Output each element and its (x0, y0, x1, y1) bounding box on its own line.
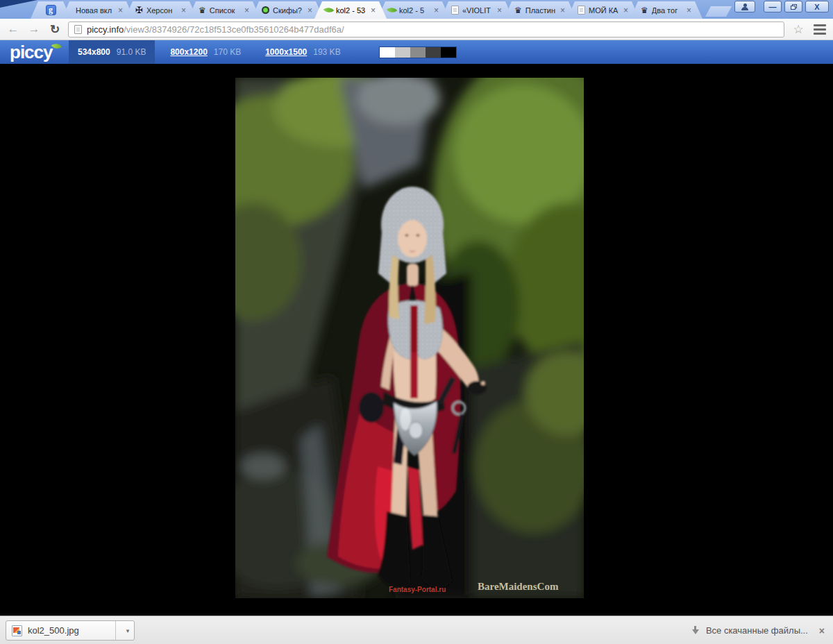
tab[interactable]: kol2 - 5× (378, 1, 450, 19)
person-icon (743, 3, 747, 7)
show-all-downloads-link[interactable]: Все скачанные файлы... (706, 625, 808, 636)
piccy-header: piccy 534x80091.0 KB800x1200170 KB1000x1… (0, 40, 833, 64)
size-link[interactable]: 1000x1500 (265, 47, 307, 57)
crown-favicon-icon: ♛ (199, 6, 206, 15)
size-link: 534x800 (78, 47, 110, 57)
tab-close-icon[interactable]: × (687, 6, 691, 15)
tab-title: Скифы? (273, 6, 304, 15)
restore-button[interactable] (784, 1, 802, 12)
minimize-button[interactable]: — (764, 1, 782, 12)
tab[interactable]: ♛Пластин× (504, 1, 576, 19)
tab[interactable]: ♛Список× (188, 1, 260, 19)
tab[interactable]: Скифы?× (251, 1, 323, 19)
tab-close-icon[interactable]: × (560, 6, 565, 15)
url-text: piccy.info/view3/8374926/72c18f513ce0fb3… (87, 24, 344, 35)
close-window-button[interactable]: X (805, 1, 829, 12)
viewed-photo[interactable]: Fantasy-Portal.ru BareMaidensCom (235, 78, 584, 598)
url-domain: piccy.info (87, 24, 124, 35)
tab[interactable]: ✠Херсон× (125, 1, 197, 19)
tab-title: «VIOLIT (462, 6, 494, 15)
bookmark-star-icon[interactable]: ☆ (790, 22, 807, 37)
back-button[interactable]: ← (6, 22, 21, 36)
download-arrow-icon (692, 626, 699, 635)
crown-favicon-icon: ♛ (514, 6, 522, 15)
google-favicon-icon: g (46, 5, 56, 15)
window-controls: — X (734, 1, 829, 12)
reload-button[interactable]: ↻ (47, 22, 62, 37)
page-content: Fantasy-Portal.ru BareMaidensCom (0, 64, 833, 616)
image-size-options: 534x80091.0 KB800x1200170 KB1000x1500193… (69, 40, 350, 64)
cross-favicon-icon: ✠ (135, 6, 143, 15)
address-bar[interactable]: piccy.info/view3/8374926/72c18f513ce0fb3… (68, 22, 784, 37)
downloads-bar-right: Все скачанные файлы... × (692, 616, 825, 644)
size-kb: 193 KB (313, 47, 340, 57)
leaf-favicon-icon (387, 5, 397, 15)
page-icon (74, 25, 82, 34)
tab-close-icon[interactable]: × (623, 6, 628, 15)
tab-close-icon[interactable]: × (308, 6, 312, 15)
tab-title: Список (210, 6, 241, 15)
tab-active[interactable]: kol2 - 53× (314, 1, 387, 19)
browser-toolbar: ← → ↻ piccy.info/view3/8374926/72c18f513… (0, 19, 833, 40)
crown-favicon-icon: ♛ (641, 6, 648, 15)
tab-close-icon[interactable]: × (118, 6, 123, 15)
url-path: /view3/8374926/72c18f513ce0fb35610264b47… (124, 24, 344, 35)
size-option-selected: 534x80091.0 KB (69, 40, 155, 64)
size-link[interactable]: 800x1200 (170, 47, 207, 57)
tab-close-icon[interactable]: × (434, 6, 439, 15)
close-downloads-bar-icon[interactable]: × (815, 625, 825, 636)
browser-window: gНовая вкл×✠Херсон×♛Список×Скифы?×kol2 -… (0, 0, 833, 644)
bg-color-swatch[interactable] (395, 47, 410, 58)
watermark-fantasy-portal: Fantasy-Portal.ru (389, 586, 446, 593)
bg-color-swatch[interactable] (441, 47, 456, 58)
tab-close-icon[interactable]: × (181, 6, 186, 15)
tab-title: Херсон (146, 6, 178, 15)
tab-title: Новая вкл (76, 6, 115, 15)
download-file-name: kol2_500.jpg (28, 625, 110, 636)
page-favicon-icon (451, 6, 459, 15)
size-option: 800x1200170 KB (161, 40, 250, 64)
tab-close-icon[interactable]: × (244, 6, 249, 15)
tab-title: kol2 - 53 (336, 6, 367, 15)
tab-close-icon[interactable]: × (371, 6, 376, 15)
leaf-favicon-icon (323, 5, 334, 15)
size-kb: 91.0 KB (117, 47, 146, 57)
new-tab-button[interactable] (705, 6, 732, 17)
bg-color-swatch[interactable] (380, 47, 395, 58)
forward-button[interactable]: → (26, 22, 42, 36)
piccy-logo-text: piccy (10, 42, 53, 62)
watermark-baremaidens: BareMaidensCom (478, 581, 559, 592)
tab-title: kol2 - 5 (399, 6, 430, 15)
image-file-icon (12, 625, 22, 636)
tab[interactable]: «VIOLIT× (441, 1, 513, 19)
tab-close-icon[interactable]: × (497, 6, 502, 15)
person-icon (741, 7, 748, 10)
tab[interactable]: МОЙ КА× (567, 1, 639, 19)
tab-title: Два тог (652, 6, 683, 15)
size-option: 1000x1500193 KB (256, 40, 349, 64)
tab-strip-tabs: gНовая вкл×✠Херсон×♛Список×Скифы?×kol2 -… (31, 1, 732, 19)
tab-title: МОЙ КА (589, 6, 620, 15)
profile-button[interactable] (734, 1, 755, 12)
bg-color-swatch[interactable] (426, 47, 441, 58)
tab-strip: gНовая вкл×✠Херсон×♛Список×Скифы?×kol2 -… (0, 0, 833, 19)
page-favicon-icon (578, 6, 585, 15)
background-color-picker (379, 46, 457, 58)
chevron-down-icon[interactable]: ▾ (121, 627, 134, 634)
record-favicon-icon (262, 6, 269, 14)
bg-color-swatch[interactable] (410, 47, 426, 58)
menu-icon[interactable] (812, 24, 827, 35)
divider (115, 621, 116, 640)
leaf-icon (51, 41, 62, 51)
piccy-logo[interactable]: piccy (0, 40, 69, 64)
restore-icon (791, 4, 797, 10)
tab-title: Пластин (525, 6, 557, 15)
tab[interactable]: ♛Два тог× (630, 1, 702, 19)
tab[interactable]: Новая вкл× (62, 1, 134, 19)
size-kb: 170 KB (214, 47, 241, 57)
downloads-bar: kol2_500.jpg ▾ Все скачанные файлы... × (0, 616, 833, 644)
download-item[interactable]: kol2_500.jpg ▾ (6, 620, 135, 641)
